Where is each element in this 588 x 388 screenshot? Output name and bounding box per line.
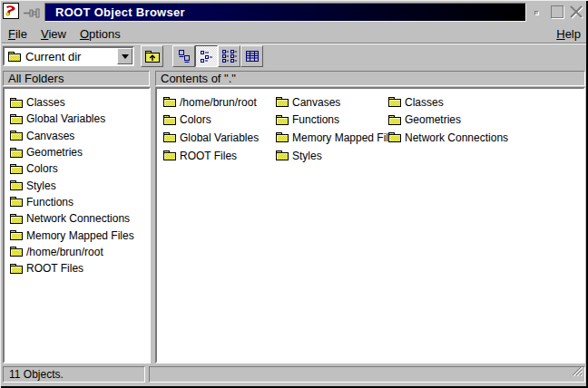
folder-item-label: Classes bbox=[405, 96, 444, 109]
folder-list-item[interactable]: /home/brun/root bbox=[9, 244, 149, 260]
large-icons-icon bbox=[177, 49, 191, 63]
folder-icon bbox=[9, 263, 24, 275]
folder-list-item[interactable]: Canvases bbox=[9, 128, 149, 144]
window-pin-icon[interactable] bbox=[24, 6, 42, 23]
folder-grid-item[interactable]: Styles bbox=[275, 147, 387, 165]
folder-up-icon bbox=[143, 49, 162, 64]
menu-items: FileViewOptions bbox=[8, 25, 134, 41]
folder-icon bbox=[9, 229, 24, 241]
directory-combobox[interactable]: Current dir bbox=[3, 46, 134, 66]
folder-icon bbox=[9, 213, 24, 225]
folder-item-label: /home/brun/root bbox=[180, 96, 257, 109]
app-logo-icon[interactable] bbox=[3, 3, 19, 19]
maximize-button[interactable] bbox=[551, 5, 564, 18]
folder-grid-item[interactable]: Classes bbox=[387, 93, 500, 112]
contents-panel: /home/brun/root Colors Global Variables … bbox=[155, 87, 585, 364]
folder-list-item[interactable]: Network Connections bbox=[9, 210, 149, 227]
menu-item-help[interactable]: Help bbox=[556, 27, 581, 41]
folder-item-label: Network Connections bbox=[26, 212, 130, 225]
contents-grid: /home/brun/root Colors Global Variables … bbox=[157, 89, 583, 164]
folder-list-item[interactable]: Classes bbox=[9, 94, 149, 111]
list-view-icon bbox=[221, 49, 238, 63]
folder-icon bbox=[9, 113, 24, 125]
folder-icon bbox=[387, 114, 402, 126]
folder-icon bbox=[9, 196, 24, 208]
folder-item-label: Memory Mapped Files bbox=[26, 229, 134, 242]
menu-item[interactable]: Options bbox=[80, 25, 121, 41]
folder-icon bbox=[7, 51, 22, 63]
folder-item-label: Canvases bbox=[26, 130, 74, 142]
folder-icon bbox=[162, 96, 177, 108]
large-icons-view-button[interactable] bbox=[172, 45, 195, 67]
folder-grid-item[interactable]: Global Variables bbox=[162, 129, 275, 147]
folder-icon bbox=[9, 130, 24, 141]
folder-grid-item[interactable]: Colors bbox=[162, 112, 275, 130]
folder-list-item[interactable]: Global Variables bbox=[9, 111, 149, 127]
folder-icon bbox=[275, 131, 289, 143]
folder-item-label: ROOT Files bbox=[26, 262, 83, 275]
combobox-dropdown-button[interactable] bbox=[117, 48, 132, 64]
folder-grid-item[interactable]: Canvases bbox=[275, 93, 387, 112]
folder-item-label: Colors bbox=[180, 113, 211, 126]
folder-item-label: Canvases bbox=[292, 96, 340, 109]
folder-item-label: Functions bbox=[26, 196, 74, 209]
folder-icon bbox=[9, 147, 24, 159]
up-directory-button[interactable] bbox=[141, 45, 163, 67]
list-view-button[interactable] bbox=[218, 45, 240, 67]
contents-header: Contents of "." bbox=[155, 71, 585, 86]
folder-grid-item[interactable]: Network Connections bbox=[387, 129, 500, 147]
close-button[interactable] bbox=[568, 4, 584, 20]
folder-item-label: Geometries bbox=[405, 113, 461, 126]
minimize-button[interactable] bbox=[534, 11, 539, 15]
folder-icon bbox=[9, 163, 24, 175]
folder-list-item[interactable]: Geometries bbox=[9, 144, 149, 160]
folder-icon bbox=[275, 150, 289, 161]
details-view-button[interactable] bbox=[240, 45, 263, 67]
chevron-down-icon bbox=[122, 54, 129, 59]
folder-grid-item[interactable]: Functions bbox=[275, 112, 387, 130]
folder-item-label: Global Variables bbox=[26, 112, 105, 125]
resize-grip[interactable] bbox=[571, 364, 583, 381]
folder-icon bbox=[275, 114, 289, 126]
small-icons-icon bbox=[200, 49, 214, 63]
objects-count-label: 11 Objects. bbox=[9, 368, 64, 381]
folder-item-label: Memory Mapped Files bbox=[292, 131, 400, 144]
folder-grid-item[interactable]: Memory Mapped Files bbox=[275, 129, 387, 147]
titlebar[interactable]: ROOT Object Browser bbox=[44, 3, 526, 22]
folder-icon bbox=[9, 97, 24, 109]
small-icons-view-button[interactable] bbox=[195, 45, 218, 67]
menu-item[interactable]: View bbox=[41, 25, 66, 41]
folder-icon bbox=[162, 131, 177, 143]
folder-icon bbox=[387, 131, 402, 143]
folder-icon bbox=[9, 179, 24, 191]
resize-grip-icon bbox=[571, 364, 583, 377]
folder-list-item[interactable]: Colors bbox=[9, 160, 149, 177]
folder-item-label: ROOT Files bbox=[180, 150, 237, 162]
folder-item-label: Colors bbox=[26, 162, 58, 175]
all-folders-header: All Folders bbox=[3, 71, 150, 86]
folder-item-label: Global Variables bbox=[180, 131, 259, 144]
folder-item-label: Styles bbox=[292, 150, 322, 162]
menu-item[interactable]: File bbox=[8, 25, 27, 41]
folder-item-label: Network Connections bbox=[405, 131, 508, 144]
folder-icon bbox=[387, 96, 402, 108]
folder-grid-item[interactable]: ROOT Files bbox=[162, 147, 275, 165]
status-message-area bbox=[149, 366, 585, 383]
folder-list-item[interactable]: Styles bbox=[9, 177, 149, 193]
folder-list-item[interactable]: ROOT Files bbox=[9, 260, 149, 276]
folder-grid-item[interactable]: /home/brun/root bbox=[162, 93, 275, 112]
folder-list-item[interactable]: Memory Mapped Files bbox=[9, 227, 149, 243]
all-folders-header-label: All Folders bbox=[8, 72, 64, 85]
close-icon bbox=[568, 4, 584, 20]
contents-header-label: Contents of "." bbox=[161, 72, 236, 85]
folder-list-item[interactable]: Functions bbox=[9, 194, 149, 210]
all-folders-list: Classes Global Variables Canvases Geomet… bbox=[3, 87, 151, 364]
folder-item-label: /home/brun/root bbox=[26, 246, 103, 258]
folder-item-label: Geometries bbox=[26, 146, 83, 159]
folder-grid-item[interactable]: Geometries bbox=[387, 112, 500, 130]
status-objects-count: 11 Objects. bbox=[3, 366, 145, 383]
menubar: FileViewOptions Help bbox=[0, 25, 588, 43]
root-object-browser-window: ROOT Object Browser FileViewOptions Help… bbox=[0, 0, 588, 388]
folder-item-label: Classes bbox=[26, 96, 65, 109]
folder-item-label: Styles bbox=[26, 179, 56, 192]
